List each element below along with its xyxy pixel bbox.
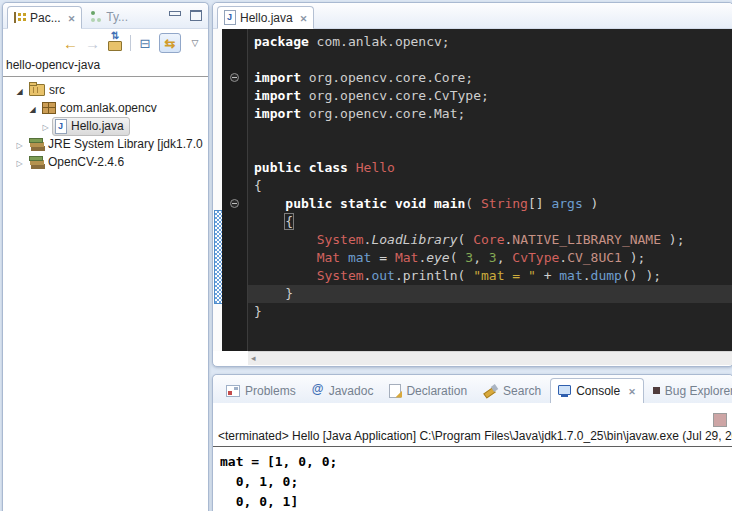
up-button[interactable]	[107, 35, 123, 51]
code-area[interactable]: package com.anlak.opencv;import org.open…	[248, 29, 732, 351]
project-label: hello-opencv-java	[3, 55, 208, 77]
console-output: mat = [1, 0, 0; 0, 1, 0; 0, 0, 1]	[220, 452, 337, 511]
console-tabbar: ProblemsJavadocDeclarationSearchConsoleB…	[213, 375, 732, 403]
tab-console[interactable]: Console	[550, 378, 644, 403]
code-token: CV_8UC1	[567, 250, 622, 265]
code-token: ,	[473, 250, 489, 265]
tree-expand-arrow[interactable]	[39, 119, 52, 133]
fold-collapse-icon[interactable]	[230, 199, 239, 208]
code-token: "mat = "	[473, 268, 536, 283]
code-token: String	[481, 196, 528, 211]
tab-problems[interactable]: Problems	[219, 378, 303, 403]
code-token: org.opencv.core.CvType;	[301, 88, 489, 103]
maximize-icon[interactable]	[190, 10, 202, 21]
view-menu-button[interactable]	[188, 35, 202, 51]
code-token: Core	[473, 232, 504, 247]
tree-item-content: Hello.java	[52, 117, 130, 136]
code-token: public class	[254, 160, 356, 175]
tree-expand-arrow[interactable]	[13, 137, 26, 151]
package-explorer-toolbar	[3, 29, 208, 55]
package-explorer-tabbar: Pac...Ty...	[3, 3, 208, 29]
code-token: Hello	[356, 160, 395, 175]
code-token: .	[395, 268, 403, 283]
close-icon[interactable]	[300, 11, 308, 25]
close-icon[interactable]	[628, 384, 636, 398]
collapse-all-button[interactable]	[138, 35, 152, 51]
tab-label: Pac...	[30, 11, 61, 25]
tab-bug-explorer[interactable]: Bug Explorer	[646, 378, 732, 403]
code-line: {	[248, 213, 732, 231]
code-token: LoadLibrary	[371, 232, 457, 247]
code-token: public static void main	[285, 196, 465, 211]
code-line: public static void main( String[] args )	[248, 195, 732, 213]
tab-search[interactable]: Search	[476, 378, 548, 403]
horizontal-scrollbar[interactable]	[248, 351, 732, 365]
code-line: {	[248, 177, 732, 195]
editor-tab-hello-java[interactable]: Hello.java	[217, 6, 314, 29]
close-icon[interactable]	[68, 11, 76, 25]
code-line: import org.opencv.core.CvType;	[248, 87, 732, 105]
back-button[interactable]	[63, 35, 78, 51]
code-token: package	[254, 34, 309, 49]
code-token: (	[465, 196, 481, 211]
tree-expand-arrow[interactable]	[13, 155, 26, 169]
tab-pac[interactable]: Pac...	[7, 6, 82, 29]
console-output-line: 0, 1, 0;	[220, 472, 337, 492]
javadoc-icon	[312, 384, 324, 397]
code-token: );	[661, 232, 684, 247]
code-token	[254, 232, 317, 247]
code-token: .	[583, 268, 591, 283]
code-token: Mat	[317, 250, 340, 265]
fold-collapse-icon[interactable]	[230, 73, 239, 82]
tree-item[interactable]: src	[3, 81, 208, 99]
toolbar-separator	[130, 35, 131, 51]
code-token: println	[403, 268, 458, 283]
code-token: {	[285, 214, 293, 229]
forward-button[interactable]	[85, 35, 100, 51]
code-line: System.out.println( "mat = " + mat.dump(…	[248, 267, 732, 285]
tab-label: Console	[576, 384, 620, 398]
code-line: }	[248, 285, 732, 303]
tree-item[interactable]: OpenCV-2.4.6	[3, 153, 208, 171]
project-tree: srccom.anlak.opencvHello.javaJRE System …	[3, 79, 208, 171]
tree-item-label: Hello.java	[71, 119, 124, 133]
code-line	[248, 141, 732, 159]
package-folder-icon	[29, 84, 45, 96]
code-token: org.opencv.core.Core;	[301, 70, 473, 85]
code-token	[254, 214, 285, 229]
tree-item-label: JRE System Library [jdk1.7.0	[48, 137, 203, 151]
code-token: import	[254, 88, 301, 103]
code-token: mat	[559, 268, 582, 283]
annotation-ruler	[213, 29, 222, 351]
code-token: NATIVE_LIBRARY_NAME	[512, 232, 661, 247]
tree-collapse-arrow[interactable]	[26, 101, 39, 115]
link-with-editor-button[interactable]	[159, 33, 181, 53]
code-token: System	[317, 232, 364, 247]
tab-label: Javadoc	[329, 384, 374, 398]
tab-ty[interactable]: Ty...	[84, 5, 134, 28]
code-token: ,	[497, 250, 513, 265]
code-token: Mat	[395, 250, 418, 265]
tree-item[interactable]: com.anlak.opencv	[3, 99, 208, 117]
code-token: args	[551, 196, 582, 211]
minimize-icon[interactable]	[169, 10, 181, 21]
console-status: <terminated> Hello [Java Application] C:…	[213, 429, 732, 447]
code-line: package com.anlak.opencv;	[248, 33, 732, 51]
terminate-button[interactable]	[713, 413, 727, 427]
code-editor[interactable]: package com.anlak.opencv;import org.open…	[213, 29, 732, 351]
code-token: );	[622, 250, 645, 265]
type-hierarchy-icon	[90, 11, 102, 23]
code-token: org.opencv.core.Mat;	[301, 106, 465, 121]
tree-item[interactable]: Hello.java	[3, 117, 208, 135]
tree-collapse-arrow[interactable]	[13, 83, 26, 97]
code-line: }	[248, 303, 732, 321]
code-token: () );	[622, 268, 661, 283]
tab-label: Ty...	[106, 10, 128, 24]
tab-declaration[interactable]: Declaration	[382, 378, 474, 403]
tab-label: Declaration	[406, 384, 467, 398]
tree-item[interactable]: JRE System Library [jdk1.7.0	[3, 135, 208, 153]
code-token: com.anlak.opencv;	[309, 34, 450, 49]
tab-javadoc[interactable]: Javadoc	[305, 378, 381, 403]
code-token: 3	[489, 250, 497, 265]
code-token: import	[254, 70, 301, 85]
